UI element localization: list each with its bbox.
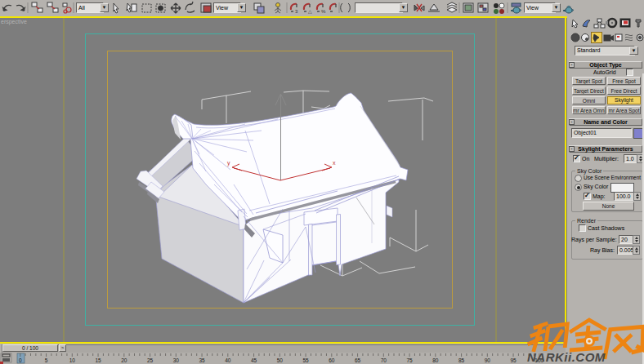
svg-text:x: x	[333, 160, 336, 166]
svg-text:%: %	[321, 9, 326, 14]
svg-text:3: 3	[295, 9, 298, 14]
svg-text:y: y	[227, 160, 230, 166]
svg-text:△: △	[308, 9, 312, 14]
